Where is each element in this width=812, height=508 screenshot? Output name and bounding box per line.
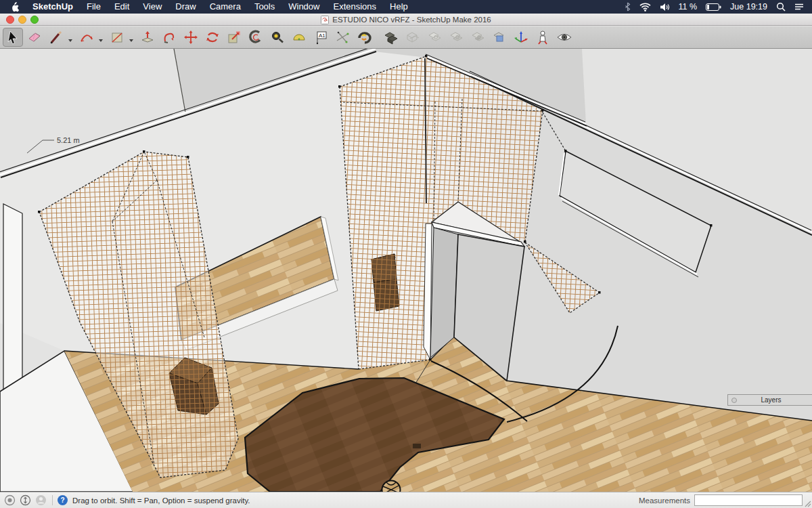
menu-item-edit[interactable]: Edit bbox=[108, 0, 136, 14]
dimension-label: 5.21 m bbox=[57, 136, 80, 144]
tool-protractor[interactable] bbox=[289, 28, 309, 47]
tool-eraser[interactable] bbox=[24, 28, 45, 47]
volume-icon[interactable] bbox=[660, 3, 670, 12]
battery-percentage: 11 % bbox=[679, 2, 698, 12]
menu-item-file[interactable]: File bbox=[80, 0, 108, 14]
bluetooth-icon[interactable] bbox=[625, 2, 631, 12]
layers-close-icon[interactable] bbox=[731, 398, 737, 403]
layers-panel[interactable]: Layers bbox=[727, 394, 812, 406]
menu-item-sketchup[interactable]: SketchUp bbox=[26, 0, 80, 14]
layers-panel-title: Layers bbox=[737, 396, 805, 404]
apple-logo-icon bbox=[9, 1, 19, 12]
tool-wireframe[interactable] bbox=[403, 28, 423, 47]
sketchup-window: SketchUp File Edit View Draw Camera Tool… bbox=[0, 0, 812, 508]
tool-dimension[interactable]: A1 bbox=[311, 28, 331, 47]
tool-follow-me[interactable] bbox=[159, 28, 179, 47]
tool-shaded[interactable] bbox=[446, 28, 466, 47]
arc-dropdown-caret[interactable] bbox=[99, 39, 103, 42]
statusbar-divider bbox=[52, 495, 53, 505]
menu-item-tools[interactable]: Tools bbox=[248, 0, 281, 14]
tool-look-around[interactable] bbox=[554, 28, 574, 47]
tool-rotate[interactable] bbox=[202, 28, 223, 47]
menu-item-draw[interactable]: Draw bbox=[168, 0, 202, 14]
search-icon[interactable] bbox=[776, 2, 786, 12]
notification-list-icon[interactable] bbox=[794, 3, 804, 11]
tool-axes[interactable] bbox=[332, 28, 353, 47]
tool-move[interactable] bbox=[181, 28, 201, 47]
tool-tape-measure[interactable] bbox=[267, 28, 288, 47]
rug-edge-object bbox=[413, 444, 421, 448]
tool-line[interactable] bbox=[46, 28, 66, 47]
tool-select[interactable] bbox=[3, 28, 23, 47]
line-dropdown-caret[interactable] bbox=[68, 39, 72, 42]
tool-axes-display[interactable] bbox=[511, 28, 531, 47]
window-title: ESTUDIO NICO vRFZ - SketchUp Make 2016 bbox=[332, 16, 491, 24]
tool-shaded-with-textures[interactable] bbox=[468, 28, 488, 47]
tool-hidden-line[interactable] bbox=[424, 28, 445, 47]
tool-scale[interactable] bbox=[224, 28, 244, 47]
status-bar: ? Drag to orbit. Shift = Pan, Option = s… bbox=[0, 492, 812, 508]
menu-item-window[interactable]: Window bbox=[281, 0, 326, 14]
svg-text:A1: A1 bbox=[319, 33, 325, 39]
menu-bar: SketchUp File Edit View Draw Camera Tool… bbox=[0, 0, 812, 14]
menu-item-view[interactable]: View bbox=[136, 0, 168, 14]
apple-menu[interactable] bbox=[0, 1, 26, 12]
tool-offset[interactable] bbox=[246, 28, 266, 47]
tool-push-pull[interactable] bbox=[137, 28, 158, 47]
tool-x-ray[interactable] bbox=[381, 28, 401, 47]
rectangle-dropdown-caret[interactable] bbox=[129, 39, 133, 42]
resize-grip[interactable] bbox=[803, 499, 811, 507]
tool-position-camera[interactable] bbox=[533, 28, 553, 47]
help-icon[interactable]: ? bbox=[58, 495, 68, 505]
claim-model-icon[interactable] bbox=[20, 494, 31, 506]
battery-icon[interactable] bbox=[706, 3, 721, 11]
geolocation-icon[interactable] bbox=[4, 494, 16, 506]
tool-monochrome[interactable] bbox=[489, 28, 510, 47]
wifi-icon[interactable] bbox=[639, 3, 651, 12]
statusbar-hint: Drag to orbit. Shift = Pan, Option = sus… bbox=[72, 496, 250, 505]
model-viewport[interactable]: 5.21 m bbox=[0, 49, 812, 492]
menu-clock[interactable]: Jue 19:19 bbox=[730, 2, 767, 12]
menu-item-extensions[interactable]: Extensions bbox=[326, 0, 383, 14]
menu-item-camera[interactable]: Camera bbox=[203, 0, 248, 14]
measurements-input[interactable] bbox=[694, 494, 803, 506]
document-icon bbox=[321, 16, 329, 24]
tool-arc[interactable] bbox=[76, 28, 97, 47]
sign-in-icon[interactable] bbox=[35, 494, 47, 506]
toolbar: A1 bbox=[0, 26, 812, 49]
menu-item-help[interactable]: Help bbox=[383, 0, 415, 14]
title-bar[interactable]: ESTUDIO NICO vRFZ - SketchUp Make 2016 bbox=[0, 14, 812, 26]
tool-paint-bucket[interactable] bbox=[354, 28, 374, 47]
tool-rectangle[interactable] bbox=[107, 28, 127, 47]
measurements-label: Measurements bbox=[639, 496, 690, 505]
